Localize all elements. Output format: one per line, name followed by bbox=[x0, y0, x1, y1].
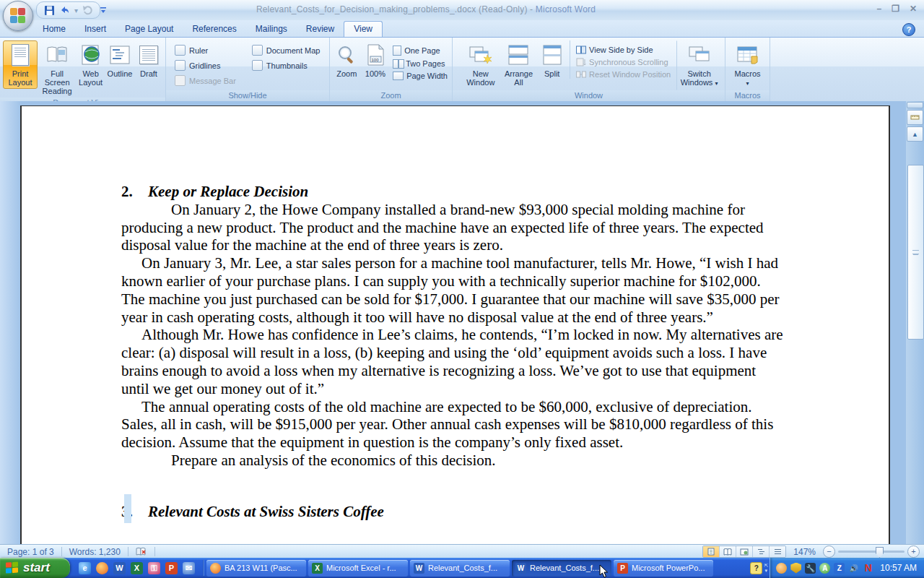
tab-mailings[interactable]: Mailings bbox=[246, 22, 297, 37]
help-icon[interactable]: ? bbox=[902, 23, 915, 36]
synchronous-scrolling-icon bbox=[576, 58, 586, 66]
two-pages-button[interactable]: Two Pages bbox=[393, 59, 448, 68]
zoom-slider-track[interactable] bbox=[838, 551, 905, 553]
zoom-out-button[interactable]: − bbox=[823, 545, 835, 558]
tab-insert[interactable]: Insert bbox=[75, 22, 116, 37]
view-outline-icon[interactable] bbox=[753, 546, 770, 557]
zoom-100-icon: 100 bbox=[363, 43, 388, 67]
zoom-level[interactable]: 147% bbox=[790, 547, 819, 557]
z-tray-icon[interactable]: Z bbox=[834, 563, 845, 574]
scroll-up-icon[interactable]: ▲ bbox=[907, 126, 923, 142]
zoom-slider-thumb[interactable] bbox=[876, 547, 884, 558]
key-icon[interactable]: ⚿ bbox=[148, 562, 160, 574]
word-count[interactable]: Words: 1,230 bbox=[62, 547, 128, 557]
proofing-errors-icon[interactable] bbox=[128, 547, 154, 556]
split-button[interactable]: Split bbox=[537, 40, 567, 80]
tools-tray-icon[interactable]: 🔧 bbox=[805, 563, 816, 574]
task-powerpoint[interactable]: P Microsoft PowerPo... bbox=[614, 560, 713, 577]
gridlines-checkbox[interactable]: Gridlines bbox=[175, 60, 236, 71]
task-word-1[interactable]: W Relevant_Costs_f... bbox=[410, 560, 510, 577]
ruler-checkbox[interactable]: Ruler bbox=[175, 45, 236, 56]
outline-icon bbox=[108, 43, 132, 67]
vertical-scrollbar[interactable]: ▲ bbox=[906, 101, 924, 544]
document-page[interactable]: 2.Keep or Replace Decision On January 2,… bbox=[20, 105, 890, 544]
view-print-layout-icon[interactable] bbox=[703, 546, 720, 557]
message-bar-checkbox: Message Bar bbox=[175, 75, 236, 86]
view-side-by-side-button[interactable]: View Side by Side bbox=[576, 46, 671, 54]
split-handle[interactable] bbox=[907, 102, 923, 108]
arrange-all-icon bbox=[506, 43, 531, 67]
office-logo-icon bbox=[10, 8, 26, 24]
document-text: 2.Keep or Replace Decision On January 2,… bbox=[22, 106, 785, 521]
tab-review[interactable]: Review bbox=[297, 22, 344, 37]
tab-view[interactable]: View bbox=[344, 21, 383, 37]
one-page-icon bbox=[393, 46, 401, 56]
switch-windows-button[interactable]: Switch Windows ▾ bbox=[676, 40, 722, 90]
synchronous-scrolling-button: Synchronous Scrolling bbox=[576, 58, 671, 66]
green-a-tray-icon[interactable]: A bbox=[819, 563, 830, 574]
document-area: 2.Keep or Replace Decision On January 2,… bbox=[0, 101, 924, 544]
title-bar: ▾ Relevant_Costs_for_Decision_making_pro… bbox=[0, 0, 924, 21]
page-indicator[interactable]: Page: 1 of 3 bbox=[0, 547, 61, 557]
heading-3: 3.Relevant Costs at Swiss Sisters Coffee bbox=[121, 503, 785, 521]
paragraph-4: The annual operating costs of the old ma… bbox=[121, 398, 785, 452]
restore-button[interactable]: ❐ bbox=[892, 4, 899, 14]
thumbnails-checkbox[interactable]: Thumbnails bbox=[252, 60, 321, 71]
minimize-button[interactable]: – bbox=[876, 4, 881, 14]
mail-icon[interactable]: ✉ bbox=[183, 562, 195, 574]
powerpoint-icon[interactable]: P bbox=[165, 562, 178, 574]
tab-home[interactable]: Home bbox=[33, 22, 75, 37]
firefox-task-icon bbox=[210, 563, 221, 574]
volume-icon[interactable]: 🔊 bbox=[848, 563, 859, 574]
word-icon[interactable]: W bbox=[113, 562, 126, 574]
view-web-layout-icon[interactable] bbox=[736, 546, 753, 557]
close-button[interactable]: ✕ bbox=[910, 4, 917, 14]
shield-tray-icon[interactable] bbox=[790, 563, 801, 574]
group-show-hide: Ruler Gridlines Message Bar Document Map… bbox=[166, 38, 330, 101]
view-draft-icon[interactable] bbox=[770, 546, 785, 557]
collapse-notifications-icon[interactable]: ⇱▾ bbox=[762, 563, 770, 573]
messenger-tray-icon[interactable] bbox=[776, 563, 787, 574]
task-excel[interactable]: X Microsoft Excel - r... bbox=[308, 560, 408, 577]
excel-task-icon: X bbox=[312, 563, 323, 574]
scrollbar-thumb[interactable] bbox=[907, 165, 924, 340]
new-window-button[interactable]: New Window bbox=[461, 40, 500, 89]
office-button[interactable] bbox=[3, 1, 33, 31]
start-button[interactable]: start bbox=[0, 558, 70, 578]
page-width-button[interactable]: Page Width bbox=[393, 72, 448, 80]
task-buttons: BA 213 W11 (Pasc... X Microsoft Excel - … bbox=[206, 560, 750, 577]
mouse-cursor bbox=[599, 564, 609, 578]
print-layout-button[interactable]: Print Layout bbox=[3, 40, 38, 89]
macros-button[interactable]: Macros▾ bbox=[728, 40, 767, 90]
group-label-show-hide[interactable]: Show/Hide bbox=[166, 90, 329, 101]
outline-button[interactable]: Outline bbox=[105, 40, 135, 80]
arrange-all-button[interactable]: Arrange All bbox=[500, 40, 538, 89]
ribbon: Print Layout Full Screen Reading Web Lay… bbox=[0, 37, 924, 102]
switch-windows-icon bbox=[687, 43, 712, 67]
document-map-checkbox[interactable]: Document Map bbox=[252, 45, 321, 56]
view-shortcuts bbox=[702, 545, 786, 558]
zoom-in-button[interactable]: + bbox=[907, 545, 920, 558]
clock[interactable]: 10:57 AM bbox=[880, 563, 917, 573]
ruler-toggle-button[interactable] bbox=[907, 110, 923, 125]
zoom-100-button[interactable]: 100 100% bbox=[361, 40, 390, 80]
excel-icon[interactable]: X bbox=[131, 562, 143, 574]
group-label-zoom: Zoom bbox=[330, 90, 452, 101]
help-tray-icon[interactable]: ? bbox=[750, 562, 762, 574]
view-full-screen-icon[interactable] bbox=[720, 546, 736, 557]
reset-window-position-button: Reset Window Position bbox=[576, 70, 671, 79]
selection-mark bbox=[124, 494, 131, 523]
web-layout-button[interactable]: Web Layout bbox=[77, 40, 105, 89]
zoom-button[interactable]: Zoom bbox=[333, 40, 361, 80]
tab-references[interactable]: References bbox=[183, 22, 245, 37]
full-screen-reading-button[interactable]: Full Screen Reading bbox=[38, 40, 77, 98]
zoom-icon bbox=[334, 43, 359, 67]
draft-button[interactable]: Draft bbox=[135, 40, 162, 80]
tab-page-layout[interactable]: Page Layout bbox=[116, 22, 183, 37]
norton-tray-icon[interactable]: N bbox=[863, 563, 873, 574]
firefox-icon[interactable] bbox=[96, 562, 108, 574]
task-firefox[interactable]: BA 213 W11 (Pasc... bbox=[206, 560, 306, 577]
one-page-button[interactable]: One Page bbox=[393, 46, 448, 56]
task-word-2-active[interactable]: W Relevant_Costs_f... bbox=[512, 560, 611, 577]
internet-explorer-icon[interactable]: e bbox=[79, 562, 91, 574]
